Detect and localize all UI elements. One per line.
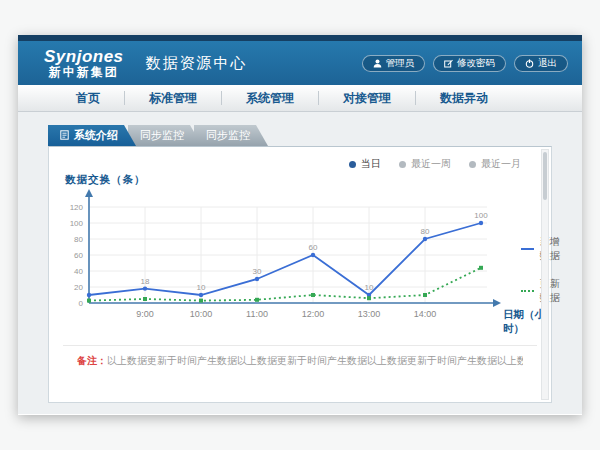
app-header: Synjones 新中新集团 数据资源中心 管理员 修改密码 退出 [18,41,582,85]
svg-text:40: 40 [74,267,83,276]
footnote: 备注：以上数据更新于时间产生数据以上数据更新于时间产生数据以上数据更新于时间产生… [77,354,523,368]
power-icon [525,59,534,68]
radio-today[interactable]: 当日 [349,157,381,171]
svg-text:80: 80 [421,227,430,236]
svg-text:80: 80 [74,235,83,244]
tab-sync-monitor-1[interactable]: 同步监控 [128,125,202,146]
user-button-label: 管理员 [386,57,415,70]
svg-text:9:00: 9:00 [136,309,154,319]
nav-item-system-mgmt[interactable]: 系统管理 [222,85,318,111]
svg-text:10: 10 [365,283,374,292]
svg-text:60: 60 [309,243,318,252]
radio-dot-icon [399,161,406,168]
svg-text:0: 0 [79,299,84,308]
user-button[interactable]: 管理员 [362,55,426,72]
logout-button[interactable]: 退出 [514,55,568,72]
logout-button-label: 退出 [538,57,557,70]
user-icon [373,59,382,68]
radio-label: 最近一周 [411,157,451,171]
svg-text:11:00: 11:00 [246,309,268,319]
edit-icon [444,59,453,68]
document-icon [60,130,69,142]
change-password-button[interactable]: 修改密码 [433,55,506,72]
nav-item-standard-mgmt[interactable]: 标准管理 [125,85,221,111]
radio-dot-icon [469,161,476,168]
svg-text:14:00: 14:00 [414,309,437,319]
svg-text:10:00: 10:00 [190,309,213,319]
radio-label: 最近一月 [481,157,521,171]
chart-panel: 当日 最近一周 最近一月 数据交换（条） 0204060801001209:00… [48,146,552,403]
svg-text:30: 30 [253,267,262,276]
svg-text:10: 10 [197,283,206,292]
tab-system-intro[interactable]: 系统介绍 [48,125,136,146]
footnote-text: 以上数据更新于时间产生数据以上数据更新于时间产生数据以上数据更新于时间产生数据以… [107,355,523,366]
tab-bar: 系统介绍 同步监控 同步监控 [48,125,582,146]
nav-item-home[interactable]: 首页 [52,85,124,111]
radio-dot-icon [349,161,356,168]
content-area: 系统介绍 同步监控 同步监控 当日 最近一周 [18,112,582,414]
exchange-chart-svg: 0204060801001209:0010:0011:0012:0013:001… [59,187,511,339]
solid-line-swatch [521,248,534,250]
svg-text:100: 100 [70,219,84,228]
tab-label: 系统介绍 [74,128,118,143]
app-window: Synjones 新中新集团 数据资源中心 管理员 修改密码 退出 [18,35,582,415]
main-nav: 首页 标准管理 系统管理 对接管理 数据异动 [18,85,582,112]
svg-text:18: 18 [141,277,150,286]
period-filter: 当日 最近一周 最近一月 [349,157,521,171]
radio-label: 当日 [361,157,381,171]
y-axis-title: 数据交换（条） [65,173,146,187]
footnote-label: 备注： [77,355,107,366]
page-title: 数据资源中心 [146,54,248,73]
radio-last-week[interactable]: 最近一周 [399,157,451,171]
svg-text:13:00: 13:00 [358,309,381,319]
tab-label: 同步监控 [206,128,250,143]
dotted-line-swatch [521,290,534,292]
svg-text:12:00: 12:00 [302,309,325,319]
svg-text:20: 20 [74,283,83,292]
logo-subtext: 新中新集团 [49,66,119,79]
nav-item-interface-mgmt[interactable]: 对接管理 [319,85,415,111]
scrollbar-thumb[interactable] [543,152,547,200]
tab-sync-monitor-2[interactable]: 同步监控 [194,125,268,146]
panel-scrollbar[interactable] [541,149,549,400]
header-actions: 管理员 修改密码 退出 [362,41,569,85]
logo-text: Synjones [44,48,124,66]
nav-item-data-change[interactable]: 数据异动 [416,85,512,111]
note-divider [63,345,537,346]
svg-text:120: 120 [70,203,84,212]
company-logo: Synjones 新中新集团 [44,48,124,78]
change-password-button-label: 修改密码 [457,57,495,70]
svg-text:60: 60 [74,251,83,260]
svg-text:100: 100 [474,211,488,220]
radio-last-month[interactable]: 最近一月 [469,157,521,171]
tab-label: 同步监控 [140,128,184,143]
